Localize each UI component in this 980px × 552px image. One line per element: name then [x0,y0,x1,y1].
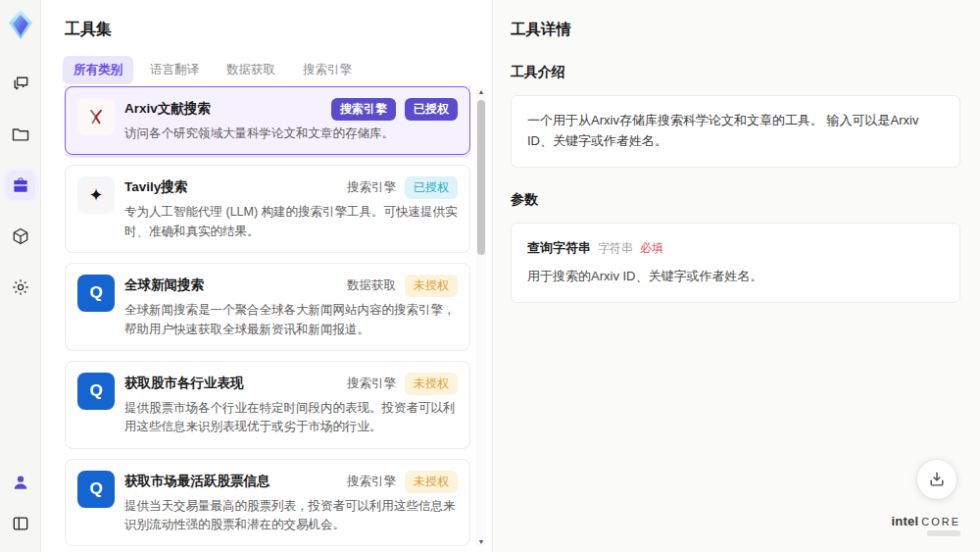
sidebar-item-toolbox[interactable] [6,171,35,200]
scrollbar-track[interactable] [477,96,485,538]
tool-name: 全球新闻搜索 [124,275,204,294]
category-label: 搜索引擎 [347,176,396,199]
tool-name: 获取股市各行业表现 [124,373,244,392]
left-rail [0,0,41,552]
param-name: 查询字符串 [527,238,591,259]
auth-status-badge: 未授权 [405,275,458,297]
tool-details-panel: 工具详情 工具介绍 一个用于从Arxiv存储库搜索科学论文和文章的工具。 输入可… [492,0,980,552]
sidebar-item-settings[interactable] [6,273,35,302]
sidebar-item-chat[interactable] [6,69,35,98]
tavily-star-icon: ✦ [77,176,115,214]
collapse-sidebar-button[interactable] [6,509,35,538]
gear-icon [11,277,30,297]
app-logo-icon [6,8,35,41]
intel-core-logo: intel core [891,514,960,536]
download-icon [927,470,947,489]
user-avatar-icon [11,473,30,492]
chat-icon [11,74,30,93]
download-button[interactable] [917,460,956,499]
tool-card-arxiv[interactable]: Arxiv文献搜索 搜索引擎 已授权 访问各个研究领域大量科学论文和文章的存储库… [65,86,470,155]
brand-sub-bar [927,530,960,536]
collapse-panel-icon [11,514,30,533]
sidebar-item-packages[interactable] [6,222,35,251]
param-description: 用于搜索的Arxiv ID、关键字或作者姓名。 [527,267,944,287]
auth-status-badge: 已授权 [405,98,458,121]
q-logo-icon: Q [77,373,115,410]
list-scrollbar[interactable]: ▲ ▼ [476,88,486,546]
tool-description: 提供股票市场各个行业在特定时间段内的表现。投资者可以利用这些信息来识别表现优于或… [124,399,458,437]
tool-name: Tavily搜索 [124,176,187,196]
intro-box: 一个用于从Arxiv存储库搜索科学论文和文章的工具。 输入可以是Arxiv ID… [511,95,960,168]
scroll-down-arrow[interactable]: ▼ [478,538,485,546]
tool-description: 提供当天交易量最高的股票列表，投资者可以利用这些信息来识别流动性强的股票和潜在的… [124,497,458,535]
sidebar-item-files[interactable] [6,120,35,149]
category-label: 搜索引擎 [347,471,396,493]
q-logo-icon: Q [77,275,115,312]
tab-data-fetch[interactable]: 数据获取 [216,56,286,84]
category-label: 数据获取 [347,275,396,297]
category-tabs: 所有类别 语言翻译 数据获取 搜索引擎 [63,56,492,84]
scroll-up-arrow[interactable]: ▲ [478,88,485,96]
intro-heading: 工具介绍 [511,64,960,81]
params-heading: 参数 [511,191,960,209]
briefcase-icon [11,176,30,195]
brand-intel-text: intel [891,514,918,528]
details-title: 工具详情 [511,20,960,40]
category-badge: 搜索引擎 [331,98,396,121]
tab-search-engine[interactable]: 搜索引擎 [292,56,363,84]
tool-description: 专为人工智能代理 (LLM) 构建的搜索引擎工具。可快速提供实时、准确和真实的结… [124,203,458,241]
tool-card-global-news[interactable]: Q 全球新闻搜索 数据获取 未授权 全球新闻搜索是一个聚合全球各大新闻网站内容的… [65,263,470,351]
tool-card-sector-performance[interactable]: Q 获取股市各行业表现 搜索引擎 未授权 提供股票市场各个行业在特定时间段内的表… [65,361,470,449]
folder-icon [11,125,30,144]
arxiv-logo-icon [77,98,115,135]
intro-text: 一个用于从Arxiv存储库搜索科学论文和文章的工具。 输入可以是Arxiv ID… [527,113,918,148]
tool-name: 获取市场最活跃股票信息 [124,471,270,490]
category-label: 搜索引擎 [347,373,396,395]
tool-description: 访问各个研究领域大量科学论文和文章的存储库。 [124,125,458,143]
auth-status-badge: 已授权 [405,176,458,199]
cube-icon [11,226,30,246]
tool-name: Arxiv文献搜索 [124,98,211,118]
tool-card-tavily[interactable]: ✦ Tavily搜索 搜索引擎 已授权 专为人工智能代理 (LLM) 构建的搜索… [65,165,470,253]
scrollbar-thumb[interactable] [477,100,485,255]
sidebar-item-account[interactable] [6,468,35,497]
page-title: 工具集 [65,20,492,40]
tab-all-categories[interactable]: 所有类别 [63,56,133,84]
tool-card-list: Arxiv文献搜索 搜索引擎 已授权 访问各个研究领域大量科学论文和文章的存储库… [65,86,470,552]
q-logo-icon: Q [77,471,115,508]
auth-status-badge: 未授权 [405,373,458,395]
tool-description: 全球新闻搜索是一个聚合全球各大新闻网站内容的搜索引擎，帮助用户快速获取全球最新资… [124,301,458,339]
tool-list-panel: 工具集 所有类别 语言翻译 数据获取 搜索引擎 Arxiv文献搜索 搜索引擎 已… [41,0,492,552]
param-required-flag: 必填 [640,239,663,258]
auth-status-badge: 未授权 [405,471,458,493]
tool-card-active-stocks[interactable]: Q 获取市场最活跃股票信息 搜索引擎 未授权 提供当天交易量最高的股票列表，投资… [65,459,470,547]
tab-language-translation[interactable]: 语言翻译 [139,56,210,84]
param-box: 查询字符串 字符串 必填 用于搜索的Arxiv ID、关键字或作者姓名。 [511,223,960,304]
brand-core-text: core [921,516,960,527]
param-type: 字符串 [598,239,633,258]
